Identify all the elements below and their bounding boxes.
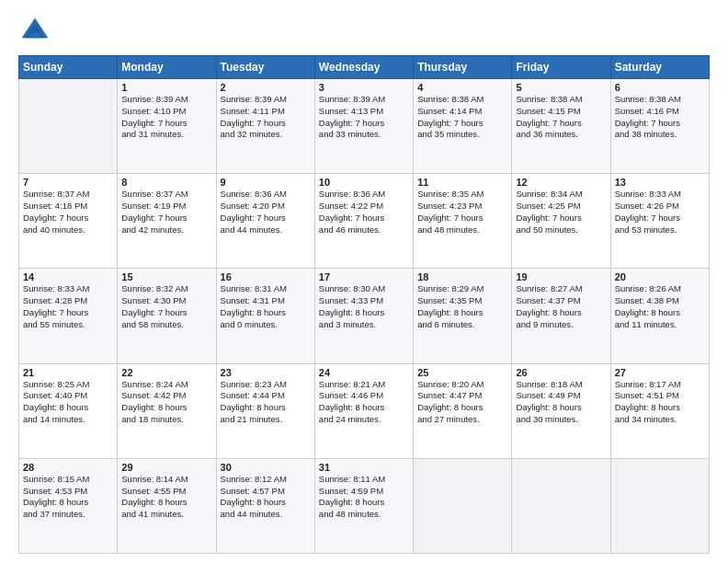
day-number: 20 [615, 271, 705, 282]
sunrise-line: Sunrise: 8:36 AM [319, 189, 409, 201]
daylight-line2: and 48 minutes. [417, 224, 507, 236]
daylight-line2: and 32 minutes. [221, 129, 311, 141]
calendar-cell: 26Sunrise: 8:18 AMSunset: 4:49 PMDayligh… [512, 363, 610, 458]
daylight-line1: Daylight: 7 hours [121, 307, 211, 319]
day-number: 7 [23, 177, 113, 188]
calendar-cell: 19Sunrise: 8:27 AMSunset: 4:37 PMDayligh… [512, 269, 610, 363]
daylight-line1: Daylight: 7 hours [23, 213, 113, 224]
sunrise-line: Sunrise: 8:39 AM [319, 94, 409, 106]
calendar-cell [414, 458, 512, 553]
daylight-line1: Daylight: 7 hours [121, 213, 211, 224]
daylight-line2: and 40 minutes. [23, 224, 113, 236]
day-number: 29 [121, 462, 211, 473]
sunrise-line: Sunrise: 8:17 AM [615, 379, 705, 391]
day-number: 3 [319, 82, 409, 93]
sunrise-line: Sunrise: 8:35 AM [417, 189, 507, 201]
calendar-cell [512, 458, 610, 553]
sunrise-line: Sunrise: 8:39 AM [221, 94, 311, 106]
calendar-day-header: Thursday [414, 56, 512, 79]
day-number: 5 [516, 82, 606, 93]
calendar-header-row: SundayMondayTuesdayWednesdayThursdayFrid… [19, 56, 710, 79]
sunset-line: Sunset: 4:51 PM [615, 390, 705, 402]
calendar-cell: 3Sunrise: 8:39 AMSunset: 4:13 PMDaylight… [314, 79, 413, 174]
calendar-cell: 10Sunrise: 8:36 AMSunset: 4:22 PMDayligh… [314, 174, 413, 269]
day-number: 11 [417, 177, 507, 188]
sunset-line: Sunset: 4:33 PM [319, 295, 409, 307]
calendar-cell: 7Sunrise: 8:37 AMSunset: 4:18 PMDaylight… [19, 174, 118, 269]
day-number: 6 [615, 82, 705, 93]
calendar-week-row: 28Sunrise: 8:15 AMSunset: 4:53 PMDayligh… [19, 458, 710, 553]
sunset-line: Sunset: 4:25 PM [516, 201, 606, 213]
daylight-line2: and 42 minutes. [121, 224, 211, 236]
daylight-line2: and 18 minutes. [121, 414, 211, 426]
sunrise-line: Sunrise: 8:12 AM [221, 474, 311, 486]
sunrise-line: Sunrise: 8:14 AM [121, 474, 211, 486]
sunset-line: Sunset: 4:18 PM [23, 201, 113, 213]
sunrise-line: Sunrise: 8:37 AM [121, 189, 211, 201]
sunset-line: Sunset: 4:47 PM [417, 390, 507, 402]
daylight-line2: and 37 minutes. [23, 509, 113, 521]
calendar-cell: 30Sunrise: 8:12 AMSunset: 4:57 PMDayligh… [216, 458, 314, 553]
svg-rect-2 [30, 33, 40, 38]
calendar-cell: 29Sunrise: 8:14 AMSunset: 4:55 PMDayligh… [118, 458, 216, 553]
sunrise-line: Sunrise: 8:15 AM [23, 474, 113, 486]
daylight-line1: Daylight: 7 hours [319, 213, 409, 224]
daylight-line2: and 9 minutes. [516, 319, 606, 331]
daylight-line1: Daylight: 7 hours [221, 213, 311, 224]
daylight-line1: Daylight: 7 hours [516, 213, 606, 224]
calendar-cell: 11Sunrise: 8:35 AMSunset: 4:23 PMDayligh… [414, 174, 512, 269]
daylight-line1: Daylight: 8 hours [516, 402, 606, 414]
sunset-line: Sunset: 4:59 PM [319, 486, 409, 498]
calendar-cell: 6Sunrise: 8:38 AMSunset: 4:16 PMDaylight… [610, 79, 709, 174]
calendar-day-header: Wednesday [314, 56, 413, 79]
sunset-line: Sunset: 4:10 PM [121, 106, 211, 118]
sunset-line: Sunset: 4:16 PM [615, 106, 705, 118]
daylight-line1: Daylight: 8 hours [615, 307, 705, 319]
sunrise-line: Sunrise: 8:26 AM [615, 283, 705, 295]
sunset-line: Sunset: 4:31 PM [221, 295, 311, 307]
daylight-line2: and 35 minutes. [417, 129, 507, 141]
daylight-line2: and 31 minutes. [121, 129, 211, 141]
daylight-line2: and 55 minutes. [23, 319, 113, 331]
daylight-line2: and 6 minutes. [417, 319, 507, 331]
calendar-cell: 16Sunrise: 8:31 AMSunset: 4:31 PMDayligh… [216, 269, 314, 363]
sunset-line: Sunset: 4:11 PM [221, 106, 311, 118]
day-number: 4 [417, 82, 507, 93]
daylight-line2: and 48 minutes. [319, 509, 409, 521]
calendar-cell: 18Sunrise: 8:29 AMSunset: 4:35 PMDayligh… [414, 269, 512, 363]
daylight-line2: and 21 minutes. [221, 414, 311, 426]
page: SundayMondayTuesdayWednesdayThursdayFrid… [0, 0, 728, 563]
day-number: 1 [121, 82, 211, 93]
daylight-line2: and 33 minutes. [319, 129, 409, 141]
calendar-week-row: 21Sunrise: 8:25 AMSunset: 4:40 PMDayligh… [19, 363, 710, 458]
sunset-line: Sunset: 4:53 PM [23, 486, 113, 498]
calendar-cell [610, 458, 709, 553]
calendar-cell: 13Sunrise: 8:33 AMSunset: 4:26 PMDayligh… [610, 174, 709, 269]
day-number: 12 [516, 177, 606, 188]
day-number: 30 [221, 462, 311, 473]
sunrise-line: Sunrise: 8:23 AM [221, 379, 311, 391]
sunset-line: Sunset: 4:14 PM [417, 106, 507, 118]
day-number: 16 [221, 271, 311, 282]
sunrise-line: Sunrise: 8:33 AM [615, 189, 705, 201]
calendar-cell: 9Sunrise: 8:36 AMSunset: 4:20 PMDaylight… [216, 174, 314, 269]
calendar-day-header: Friday [512, 56, 610, 79]
daylight-line2: and 53 minutes. [615, 224, 705, 236]
daylight-line1: Daylight: 7 hours [221, 118, 311, 130]
calendar-cell: 8Sunrise: 8:37 AMSunset: 4:19 PMDaylight… [118, 174, 216, 269]
sunrise-line: Sunrise: 8:39 AM [121, 94, 211, 106]
calendar-cell: 22Sunrise: 8:24 AMSunset: 4:42 PMDayligh… [118, 363, 216, 458]
sunrise-line: Sunrise: 8:38 AM [516, 94, 606, 106]
sunrise-line: Sunrise: 8:18 AM [516, 379, 606, 391]
daylight-line2: and 14 minutes. [23, 414, 113, 426]
sunset-line: Sunset: 4:46 PM [319, 390, 409, 402]
calendar-cell: 15Sunrise: 8:32 AMSunset: 4:30 PMDayligh… [118, 269, 216, 363]
daylight-line2: and 27 minutes. [417, 414, 507, 426]
sunset-line: Sunset: 4:20 PM [221, 201, 311, 213]
day-number: 24 [319, 367, 409, 378]
sunrise-line: Sunrise: 8:20 AM [417, 379, 507, 391]
day-number: 9 [221, 177, 311, 188]
calendar-cell: 24Sunrise: 8:21 AMSunset: 4:46 PMDayligh… [314, 363, 413, 458]
daylight-line2: and 44 minutes. [221, 509, 311, 521]
daylight-line1: Daylight: 7 hours [516, 118, 606, 130]
